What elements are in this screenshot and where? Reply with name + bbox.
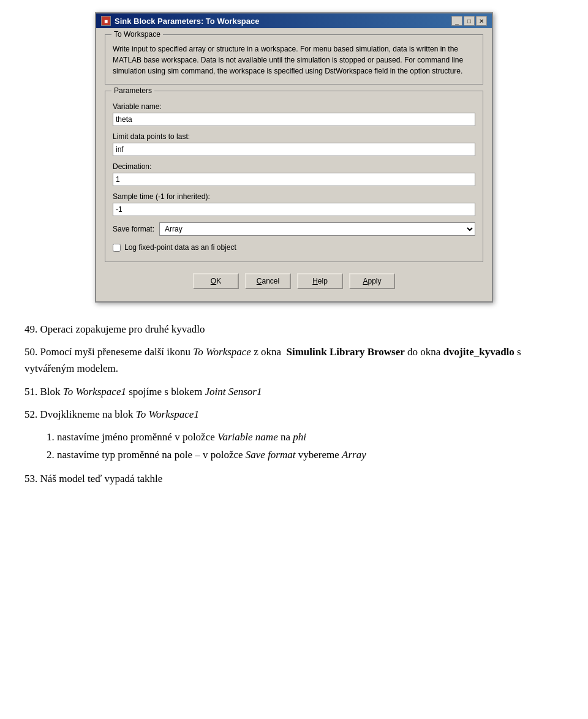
sub-item-2-text: nastavíme typ proměnné na pole – v polož… xyxy=(57,449,366,461)
dialog-titlebar: ■ Sink Block Parameters: To Workspace _ … xyxy=(96,13,492,28)
limit-data-label: Limit data points to last: xyxy=(113,132,475,141)
variable-name-label: Variable name: xyxy=(113,102,475,111)
dialog-window: ■ Sink Block Parameters: To Workspace _ … xyxy=(95,12,493,303)
item-50: 50. Pomocí myši přeneseme další ikonu To… xyxy=(24,344,564,377)
titlebar-left: ■ Sink Block Parameters: To Workspace xyxy=(101,16,260,26)
item-49-number: 49. xyxy=(24,323,37,335)
item-52-sublist: 1. nastavíme jméno proměnné v položce Va… xyxy=(24,429,564,463)
sub-item-1-number: 1. xyxy=(47,431,55,443)
dialog-body: To Workspace Write input to specified ar… xyxy=(96,28,492,301)
sub-item-2: 2. nastavíme typ proměnné na pole – v po… xyxy=(47,446,564,463)
limit-data-input[interactable] xyxy=(113,143,475,156)
item-52-number: 52. xyxy=(24,408,37,420)
cancel-button[interactable]: Cancel xyxy=(245,273,291,289)
item-52: 52. Dvojklikneme na blok To Workspace1 xyxy=(24,406,564,423)
decimation-input[interactable] xyxy=(113,173,475,186)
params-group-legend: Parameters xyxy=(111,86,154,95)
item-49: 49. Operaci zopakujeme pro druhé kyvadlo xyxy=(24,321,564,337)
info-text: Write input to specified array or struct… xyxy=(113,43,475,77)
info-group: To Workspace Write input to specified ar… xyxy=(105,34,483,85)
titlebar-buttons: _ □ ✕ xyxy=(451,16,487,26)
fi-object-label[interactable]: Log fixed-point data as an fi object xyxy=(124,243,236,252)
item-51-number: 51. xyxy=(24,386,37,397)
item-51: 51. Blok To Workspace1 spojíme s blokem … xyxy=(24,383,564,400)
decimation-label: Decimation: xyxy=(113,162,475,171)
page-content: 49. Operaci zopakujeme pro druhé kyvadlo… xyxy=(0,315,588,506)
dialog-buttons: OK Cancel Help Apply xyxy=(105,268,483,295)
item-53: 53. Náš model teď vypadá takhle xyxy=(24,470,564,487)
item-50-text: Pomocí myši přeneseme další ikonu To Wor… xyxy=(24,346,521,374)
sample-time-label: Sample time (-1 for inherited): xyxy=(113,192,475,201)
item-50-number: 50. xyxy=(24,346,37,358)
apply-button[interactable]: Apply xyxy=(349,273,395,289)
sample-time-input[interactable] xyxy=(113,203,475,216)
item-49-text: Operaci zopakujeme pro druhé kyvadlo xyxy=(40,323,205,335)
sub-item-2-number: 2. xyxy=(47,449,55,461)
item-51-text: Blok To Workspace1 spojíme s blokem Join… xyxy=(40,386,262,397)
decimation-row: Decimation: xyxy=(113,162,475,186)
help-button[interactable]: Help xyxy=(297,273,343,289)
minimize-button[interactable]: _ xyxy=(451,16,462,26)
ok-button[interactable]: OK xyxy=(193,273,239,289)
sub-item-1-text: nastavíme jméno proměnné v položce Varia… xyxy=(57,431,306,443)
dialog-container: ■ Sink Block Parameters: To Workspace _ … xyxy=(0,0,588,315)
item-53-number: 53. xyxy=(24,473,37,484)
save-format-row: Save format: Array Structure Structure W… xyxy=(113,222,475,236)
checkbox-row: Log fixed-point data as an fi object xyxy=(113,243,475,252)
dialog-title: Sink Block Parameters: To Workspace xyxy=(115,17,260,26)
sub-item-1: 1. nastavíme jméno proměnné v položce Va… xyxy=(47,429,564,445)
params-group: Parameters Variable name: Limit data poi… xyxy=(105,91,483,262)
item-52-text: Dvojklikneme na blok To Workspace1 xyxy=(40,408,199,420)
limit-data-row: Limit data points to last: xyxy=(113,132,475,156)
save-format-label: Save format: xyxy=(113,225,154,233)
sample-time-row: Sample time (-1 for inherited): xyxy=(113,192,475,216)
variable-name-input[interactable] xyxy=(113,113,475,126)
save-format-select[interactable]: Array Structure Structure With Time xyxy=(159,222,475,236)
variable-name-row: Variable name: xyxy=(113,102,475,126)
item-53-text: Náš model teď vypadá takhle xyxy=(40,473,163,484)
info-group-legend: To Workspace xyxy=(111,30,163,39)
fi-object-checkbox[interactable] xyxy=(113,244,121,252)
maximize-button[interactable]: □ xyxy=(464,16,475,26)
dialog-icon: ■ xyxy=(101,16,111,26)
close-button[interactable]: ✕ xyxy=(476,16,487,26)
